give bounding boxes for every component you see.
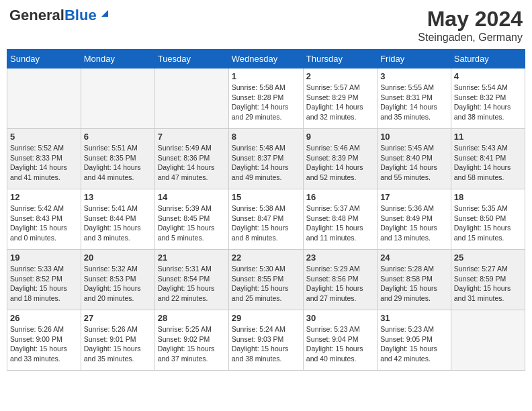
calendar-cell: 22Sunrise: 5:30 AM Sunset: 8:55 PM Dayli… (228, 250, 303, 310)
calendar-cell: 1Sunrise: 5:58 AM Sunset: 8:28 PM Daylig… (228, 68, 303, 129)
calendar-table: SundayMondayTuesdayWednesdayThursdayFrid… (7, 49, 525, 371)
calendar-cell: 20Sunrise: 5:32 AM Sunset: 8:53 PM Dayli… (81, 250, 154, 310)
day-info: Sunrise: 5:26 AM Sunset: 9:00 PM Dayligh… (10, 324, 78, 364)
day-info: Sunrise: 5:23 AM Sunset: 9:05 PM Dayligh… (380, 324, 448, 364)
day-number: 17 (380, 192, 448, 202)
day-info: Sunrise: 5:33 AM Sunset: 8:52 PM Dayligh… (10, 264, 78, 304)
header-day-sunday: Sunday (7, 50, 81, 68)
header-day-wednesday: Wednesday (228, 50, 303, 68)
day-info: Sunrise: 5:32 AM Sunset: 8:53 PM Dayligh… (84, 264, 152, 304)
week-row-4: 19Sunrise: 5:33 AM Sunset: 8:52 PM Dayli… (7, 250, 525, 310)
day-info: Sunrise: 5:49 AM Sunset: 8:36 PM Dayligh… (158, 143, 226, 183)
day-number: 24 (380, 253, 448, 263)
day-number: 10 (380, 132, 448, 142)
calendar-cell: 15Sunrise: 5:38 AM Sunset: 8:47 PM Dayli… (228, 189, 303, 250)
day-number: 13 (84, 192, 152, 202)
week-row-1: 1Sunrise: 5:58 AM Sunset: 8:28 PM Daylig… (7, 68, 525, 129)
week-row-2: 5Sunrise: 5:52 AM Sunset: 8:33 PM Daylig… (7, 129, 525, 189)
calendar-cell: 10Sunrise: 5:45 AM Sunset: 8:40 PM Dayli… (378, 129, 451, 189)
calendar-cell: 5Sunrise: 5:52 AM Sunset: 8:33 PM Daylig… (7, 129, 81, 189)
calendar-cell: 9Sunrise: 5:46 AM Sunset: 8:39 PM Daylig… (303, 129, 377, 189)
calendar-cell (7, 68, 81, 129)
calendar-cell: 8Sunrise: 5:48 AM Sunset: 8:37 PM Daylig… (228, 129, 303, 189)
header-day-tuesday: Tuesday (154, 50, 228, 68)
calendar-cell: 6Sunrise: 5:51 AM Sunset: 8:35 PM Daylig… (81, 129, 154, 189)
day-info: Sunrise: 5:35 AM Sunset: 8:50 PM Dayligh… (454, 203, 522, 243)
day-info: Sunrise: 5:58 AM Sunset: 8:28 PM Dayligh… (232, 83, 300, 122)
day-number: 6 (84, 132, 152, 142)
day-number: 18 (454, 192, 522, 202)
header-day-saturday: Saturday (451, 50, 525, 68)
calendar-cell: 21Sunrise: 5:31 AM Sunset: 8:54 PM Dayli… (154, 250, 228, 310)
day-number: 21 (158, 253, 226, 263)
calendar-cell: 11Sunrise: 5:43 AM Sunset: 8:41 PM Dayli… (451, 129, 525, 189)
calendar-cell: 24Sunrise: 5:28 AM Sunset: 8:58 PM Dayli… (378, 250, 451, 310)
day-number: 31 (380, 313, 448, 323)
calendar-cell: 23Sunrise: 5:29 AM Sunset: 8:56 PM Dayli… (303, 250, 377, 310)
day-number: 20 (84, 253, 152, 263)
day-number: 2 (306, 71, 374, 81)
day-info: Sunrise: 5:45 AM Sunset: 8:40 PM Dayligh… (380, 143, 448, 183)
calendar-cell: 14Sunrise: 5:39 AM Sunset: 8:45 PM Dayli… (154, 189, 228, 250)
day-number: 16 (306, 192, 374, 202)
header-day-monday: Monday (81, 50, 154, 68)
calendar-cell: 16Sunrise: 5:37 AM Sunset: 8:48 PM Dayli… (303, 189, 377, 250)
day-info: Sunrise: 5:30 AM Sunset: 8:55 PM Dayligh… (232, 264, 300, 304)
day-info: Sunrise: 5:29 AM Sunset: 8:56 PM Dayligh… (306, 264, 374, 304)
logo: General Blue (9, 7, 109, 24)
calendar-cell: 19Sunrise: 5:33 AM Sunset: 8:52 PM Dayli… (7, 250, 81, 310)
calendar-cell: 4Sunrise: 5:54 AM Sunset: 8:32 PM Daylig… (451, 68, 525, 129)
day-info: Sunrise: 5:42 AM Sunset: 8:43 PM Dayligh… (10, 203, 78, 243)
day-number: 26 (10, 313, 78, 323)
calendar-cell: 7Sunrise: 5:49 AM Sunset: 8:36 PM Daylig… (154, 129, 228, 189)
day-number: 14 (158, 192, 226, 202)
day-info: Sunrise: 5:52 AM Sunset: 8:33 PM Dayligh… (10, 143, 78, 183)
header-day-friday: Friday (378, 50, 451, 68)
header-day-thursday: Thursday (303, 50, 377, 68)
day-info: Sunrise: 5:57 AM Sunset: 8:29 PM Dayligh… (306, 83, 374, 122)
day-number: 11 (454, 132, 522, 142)
day-info: Sunrise: 5:23 AM Sunset: 9:04 PM Dayligh… (306, 324, 374, 364)
calendar-cell: 26Sunrise: 5:26 AM Sunset: 9:00 PM Dayli… (7, 310, 81, 371)
calendar-cell: 27Sunrise: 5:26 AM Sunset: 9:01 PM Dayli… (81, 310, 154, 371)
day-info: Sunrise: 5:24 AM Sunset: 9:03 PM Dayligh… (232, 324, 300, 364)
title-section: May 2024 Steingaden, Germany (418, 7, 523, 44)
day-info: Sunrise: 5:27 AM Sunset: 8:59 PM Dayligh… (454, 264, 522, 304)
day-number: 28 (158, 313, 226, 323)
day-info: Sunrise: 5:36 AM Sunset: 8:49 PM Dayligh… (380, 203, 448, 243)
day-number: 3 (380, 71, 448, 81)
day-number: 8 (232, 132, 300, 142)
day-info: Sunrise: 5:38 AM Sunset: 8:47 PM Dayligh… (232, 203, 300, 243)
header-row: SundayMondayTuesdayWednesdayThursdayFrid… (7, 50, 525, 68)
calendar-cell (81, 68, 154, 129)
calendar-cell: 3Sunrise: 5:55 AM Sunset: 8:31 PM Daylig… (378, 68, 451, 129)
calendar-cell: 13Sunrise: 5:41 AM Sunset: 8:44 PM Dayli… (81, 189, 154, 250)
day-number: 9 (306, 132, 374, 142)
calendar-cell: 2Sunrise: 5:57 AM Sunset: 8:29 PM Daylig… (303, 68, 377, 129)
calendar-cell: 28Sunrise: 5:25 AM Sunset: 9:02 PM Dayli… (154, 310, 228, 371)
month-title: May 2024 (418, 7, 523, 32)
day-number: 12 (10, 192, 78, 202)
day-number: 5 (10, 132, 78, 142)
day-info: Sunrise: 5:39 AM Sunset: 8:45 PM Dayligh… (158, 203, 226, 243)
day-number: 29 (232, 313, 300, 323)
day-number: 27 (84, 313, 152, 323)
day-number: 25 (454, 253, 522, 263)
calendar-cell: 18Sunrise: 5:35 AM Sunset: 8:50 PM Dayli… (451, 189, 525, 250)
location: Steingaden, Germany (418, 32, 523, 44)
calendar-cell: 31Sunrise: 5:23 AM Sunset: 9:05 PM Dayli… (378, 310, 451, 371)
calendar-cell (154, 68, 228, 129)
day-info: Sunrise: 5:41 AM Sunset: 8:44 PM Dayligh… (84, 203, 152, 243)
day-info: Sunrise: 5:54 AM Sunset: 8:32 PM Dayligh… (454, 83, 522, 122)
calendar-cell: 30Sunrise: 5:23 AM Sunset: 9:04 PM Dayli… (303, 310, 377, 371)
day-info: Sunrise: 5:31 AM Sunset: 8:54 PM Dayligh… (158, 264, 226, 304)
svg-marker-0 (101, 10, 108, 17)
day-info: Sunrise: 5:55 AM Sunset: 8:31 PM Dayligh… (380, 83, 448, 122)
page-header: General Blue May 2024 Steingaden, German… (7, 7, 525, 44)
day-number: 4 (454, 71, 522, 81)
day-number: 22 (232, 253, 300, 263)
calendar-cell: 17Sunrise: 5:36 AM Sunset: 8:49 PM Dayli… (378, 189, 451, 250)
day-info: Sunrise: 5:26 AM Sunset: 9:01 PM Dayligh… (84, 324, 152, 364)
calendar-cell: 25Sunrise: 5:27 AM Sunset: 8:59 PM Dayli… (451, 250, 525, 310)
week-row-3: 12Sunrise: 5:42 AM Sunset: 8:43 PM Dayli… (7, 189, 525, 250)
